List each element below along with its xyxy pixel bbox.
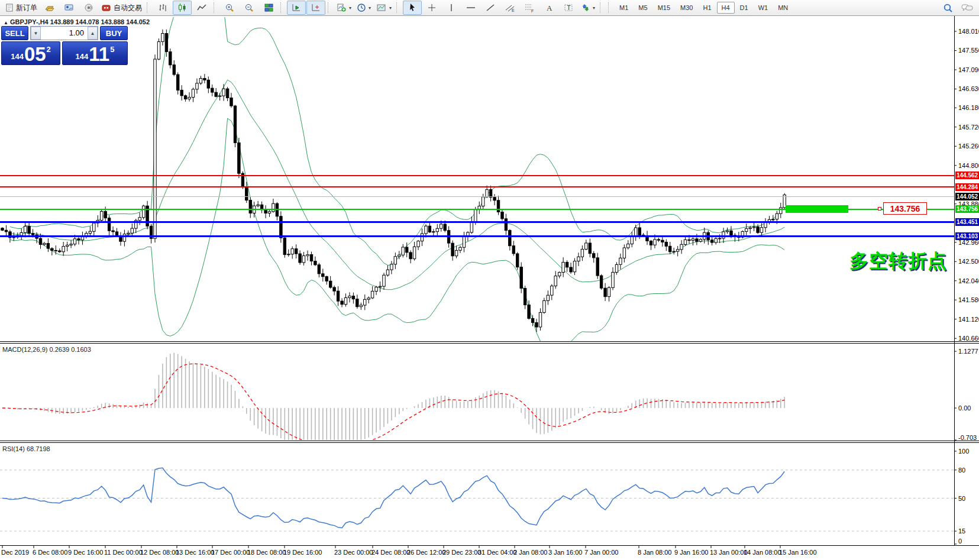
tile-windows-button[interactable] [259,1,278,15]
hline-143.103[interactable] [0,235,954,237]
sell-price[interactable]: 144052 [1,41,60,65]
hline-143.451[interactable] [0,221,954,223]
volume-input[interactable]: 1.00 [41,27,88,40]
toolbar-separator [328,2,332,13]
sell-button[interactable]: SELL [1,26,28,40]
one-click-trading-panel: SELL ▼ 1.00 ▲ BUY 144052 144115 [1,26,128,64]
candles[interactable] [1,30,786,332]
svg-text:A: A [547,4,552,12]
toolbar-separator [280,2,285,13]
template-icon [376,3,387,12]
tile-icon [264,3,274,12]
volume-decrease-button[interactable]: ▼ [31,27,41,40]
timeframe-m5[interactable]: M5 [634,2,652,14]
zoom-in-button[interactable] [220,1,239,15]
auto-scroll-icon [291,3,302,12]
arrows-icon [581,3,590,12]
chat-button[interactable] [958,1,977,15]
timeframe-mn[interactable]: MN [773,2,793,14]
buy-price[interactable]: 144115 [62,41,128,65]
line-chart-button[interactable] [192,1,211,15]
trendline-icon [486,3,495,12]
toolbar: 新订单自动交易▾▾▾EFAT▾M1M5M15M30H1H4D1W1MN [0,0,979,16]
autotrading-button-label: 自动交易 [114,3,142,13]
support-zone-highlight[interactable] [786,205,848,213]
price-level-label[interactable]: 143.756 [883,202,927,215]
new-order-button[interactable]: 新订单 [2,1,40,15]
channel-icon: E [505,3,515,12]
crosshair-icon [427,3,437,12]
chart-shift-button[interactable] [306,1,325,15]
buy-button[interactable]: BUY [100,26,128,40]
signals-icon[interactable] [79,1,98,15]
indicators-button[interactable]: ▾ [334,1,354,15]
line-chart-icon [196,3,207,12]
macd-label: MACD(12,26,9) 0.2639 0.1603 [2,346,91,353]
fibonacci-button[interactable]: F [520,1,539,15]
timeframe-m15[interactable]: M15 [653,2,675,14]
autotrading-button[interactable]: 自动交易 [99,1,144,15]
hline-144.284[interactable] [0,186,954,187]
autotrade-icon [101,3,112,12]
chart-canvas[interactable] [0,0,979,560]
candlestick-chart-button[interactable] [173,1,192,15]
zoom-out-icon [244,3,254,12]
signal-icon [84,3,93,12]
toolbar-separator [214,2,218,13]
dropdown-arrow-icon: ▾ [593,5,595,11]
fibo-icon: F [524,3,535,12]
label-button[interactable]: T [559,1,578,15]
timeframe-h1[interactable]: H1 [698,2,716,14]
axis-ticks [2,31,957,548]
channel-button[interactable]: E [500,1,519,15]
indicator-add-icon [337,3,347,12]
trendline-button[interactable] [481,1,500,15]
text-a-icon: A [545,3,553,12]
toolbar-separator [147,2,151,13]
new-chart-icon[interactable] [40,1,59,15]
timeframe-m1[interactable]: M1 [615,2,633,14]
hline-144.052[interactable] [0,196,954,197]
bar-chart-button[interactable] [153,1,172,15]
mt4-terminal-window: 新订单自动交易▾▾▾EFAT▾M1M5M15M30H1H4D1W1MN ▲GBP… [0,0,979,560]
hline-icon [466,3,476,12]
chart-shift-icon [311,3,321,12]
zoom-out-button[interactable] [240,1,259,15]
toolbar-separator [608,2,612,13]
turning-point-annotation[interactable]: 多空转折点 [849,248,947,274]
rsi-level-lines [0,470,954,531]
vline-icon [447,3,455,12]
search-button[interactable] [938,1,957,15]
dropdown-arrow-icon: ▾ [369,5,371,11]
rsi-line[interactable] [2,468,784,528]
gold-icon [44,3,55,12]
zoom-in-icon [225,3,235,12]
bars-icon [157,3,168,12]
horizontal-line-button[interactable] [461,1,480,15]
timeframe-w1[interactable]: W1 [754,2,773,14]
arrows-button[interactable]: ▾ [579,1,597,15]
candles-icon [177,3,188,12]
hline-144.562[interactable] [0,175,954,176]
timeframe-m30[interactable]: M30 [676,2,697,14]
navigator-icon[interactable] [60,1,79,15]
one-click-collapse-icon[interactable]: ▲ [4,20,8,25]
svg-text:E: E [512,8,515,12]
templates-button[interactable]: ▾ [374,1,394,15]
navigator-icon [64,3,75,12]
volume-increase-button[interactable]: ▲ [88,27,98,40]
cursor-button[interactable] [403,1,422,15]
macd-indicator[interactable] [2,353,784,446]
timeframe-h4[interactable]: H4 [717,2,735,14]
line-endpoint-marker[interactable] [878,207,881,211]
vertical-line-button[interactable] [442,1,461,15]
toolbar-separator [600,2,604,13]
crosshair-button[interactable] [422,1,441,15]
clock-icon [357,3,366,12]
volume-stepper: ▼ 1.00 ▲ [30,26,98,40]
rsi-label: RSI(14) 68.7198 [2,445,50,452]
periods-button[interactable]: ▾ [354,1,373,15]
timeframe-d1[interactable]: D1 [735,2,753,14]
text-button[interactable]: A [539,1,558,15]
auto-scroll-button[interactable] [287,1,306,15]
